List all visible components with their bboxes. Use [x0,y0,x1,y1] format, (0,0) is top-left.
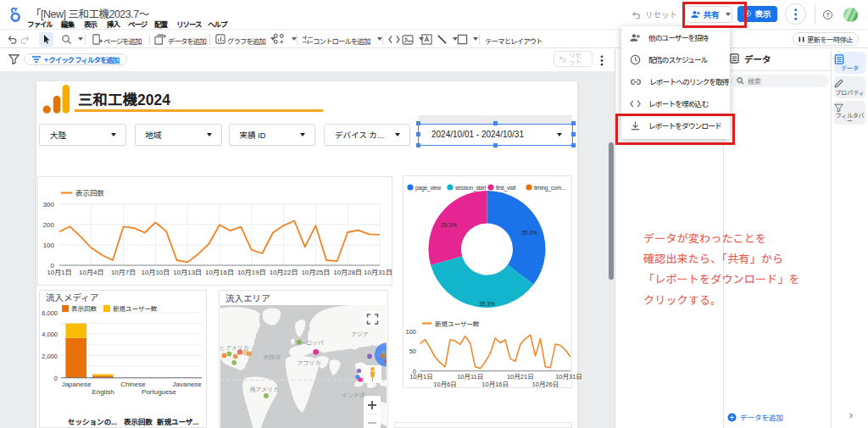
svg-text:29.3%: 29.3% [441,222,457,228]
svg-text:表示回数: 表示回数 [123,418,153,426]
svg-text:インド洋: インド洋 [342,392,365,398]
svg-text:10月26日: 10月26日 [532,381,559,388]
svg-text:新規ユーザ...: 新規ユーザ... [156,418,198,426]
svg-text:session_start: session_start [455,185,487,192]
svg-text:ヒアメリカ: ヒアメリカ [220,345,249,351]
svg-text:timing_com...: timing_com... [534,185,565,192]
svg-text:6,000: 6,000 [42,309,58,317]
svg-text:35.3%: 35.3% [479,301,495,307]
svg-text:0: 0 [54,375,58,382]
svg-text:English: English [92,388,114,396]
svg-text:セッションの...: セッションの... [68,418,117,426]
svg-text:35.3%: 35.3% [521,230,537,236]
svg-text:4,000: 4,000 [42,331,58,338]
svg-text:流入メディア: 流入メディア [46,292,98,303]
svg-text:10月11日: 10月11日 [457,373,483,381]
svg-text:Javanese: Javanese [173,381,203,388]
svg-text:10月1日: 10月1日 [409,373,433,381]
svg-text:10月16日: 10月16日 [481,381,509,388]
svg-text:Portuguese: Portuguese [142,388,176,396]
svg-text:表示回数: 表示回数 [71,305,97,313]
svg-text:first_visit: first_visit [496,185,516,192]
svg-text:新規ユーザー数: 新規ユーザー数 [435,320,480,328]
svg-text:新規ユーザー数: 新規ユーザー数 [113,305,158,313]
svg-text:10月6日: 10月6日 [433,381,457,388]
svg-text:100: 100 [405,328,416,336]
svg-text:page_view: page_view [415,185,441,192]
svg-text:南アメリカ: 南アメリカ [249,386,279,393]
svg-text:アフリカ: アフリカ [297,360,320,366]
svg-text:2,000: 2,000 [42,353,58,360]
svg-text:Chinese: Chinese [120,381,146,388]
svg-text:10月21日: 10月21日 [507,373,534,381]
svg-text:アジア: アジア [351,331,369,337]
svg-text:50: 50 [409,347,416,355]
svg-text:10月31日: 10月31日 [555,373,582,381]
svg-text:Japanese: Japanese [62,381,92,388]
svg-text:大西洋: 大西洋 [263,354,281,361]
